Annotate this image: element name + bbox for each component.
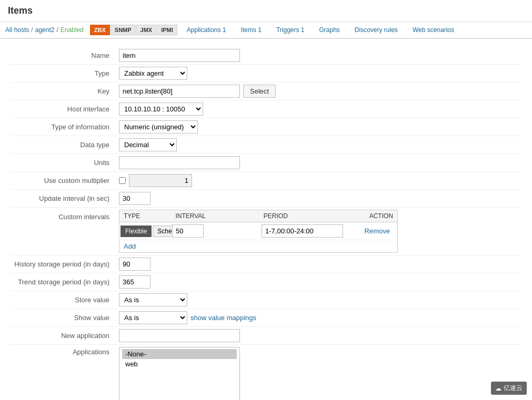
ci-header: TYPE INTERVAL PERIOD ACTION: [119, 210, 397, 222]
nav-tabs: Applications 1 Items 1 Triggers 1 Graphs…: [179, 22, 461, 38]
watermark-text: 亿速云: [504, 384, 523, 393]
type-info-select[interactable]: Numeric (unsigned): [119, 120, 198, 134]
ci-period-input[interactable]: [262, 224, 343, 238]
applications-option-none[interactable]: -None-: [122, 349, 237, 359]
ci-row: Flexible Scheduling Remove: [119, 222, 397, 240]
ci-remove-link[interactable]: Remove: [365, 227, 390, 235]
custom-intervals-label: Custom intervals: [11, 208, 116, 255]
all-hosts-link[interactable]: All hosts: [5, 26, 29, 34]
show-value-select[interactable]: As is: [119, 311, 187, 324]
history-input[interactable]: [119, 258, 150, 271]
tab-items[interactable]: Items 1: [234, 22, 269, 38]
page-title: Items: [0, 0, 532, 22]
custom-multiplier-checkbox[interactable]: [119, 177, 126, 184]
breadcrumb: All hosts / agent2 / Enabled: [5, 22, 84, 38]
store-value-select[interactable]: As is: [119, 293, 187, 306]
ipmi-badge[interactable]: IPMI: [157, 25, 177, 35]
trend-label: Trend storage period (in days): [11, 273, 116, 291]
data-type-select[interactable]: Decimal: [119, 138, 177, 151]
select-button[interactable]: Select: [243, 85, 276, 98]
ci-add-link[interactable]: Add: [124, 242, 136, 250]
history-label: History storage period (in days): [11, 255, 116, 273]
update-interval-label: Update interval (in sec): [11, 190, 116, 208]
name-input[interactable]: [119, 49, 240, 62]
custom-intervals-table: TYPE INTERVAL PERIOD ACTION Flexible Sch…: [119, 210, 398, 253]
custom-multiplier-field: [119, 174, 518, 187]
new-application-label: New application: [11, 327, 116, 345]
protocol-badges: ZBX SNMP JMX IPMI: [90, 25, 177, 35]
item-form: Name Type Zabbix agent Key Select Host i…: [11, 47, 521, 400]
ci-action-header: ACTION: [352, 212, 393, 220]
ci-interval-header: INTERVAL: [175, 212, 263, 220]
jmx-badge[interactable]: JMX: [136, 25, 157, 35]
key-input[interactable]: [119, 85, 240, 98]
name-label: Name: [11, 47, 116, 65]
navigation-bar: All hosts / agent2 / Enabled ZBX SNMP JM…: [0, 22, 532, 39]
custom-multiplier-label: Use custom multiplier: [11, 172, 116, 190]
applications-option-web[interactable]: web: [122, 359, 237, 369]
tab-web-scenarios[interactable]: Web scenarios: [405, 22, 461, 38]
new-application-input[interactable]: [119, 329, 240, 342]
agent-link[interactable]: agent2: [35, 26, 55, 34]
applications-label: Applications: [11, 345, 116, 401]
type-select[interactable]: Zabbix agent: [119, 67, 187, 80]
multiplier-input[interactable]: [129, 174, 192, 187]
store-value-label: Store value: [11, 291, 116, 309]
host-interface-select[interactable]: 10.10.10.10 : 10050: [119, 102, 203, 116]
applications-select[interactable]: -None- web: [119, 347, 240, 400]
tab-discovery-rules[interactable]: Discovery rules: [347, 22, 405, 38]
main-content: Name Type Zabbix agent Key Select Host i…: [0, 39, 532, 400]
show-value-mappings-link[interactable]: show value mappings: [190, 314, 256, 322]
watermark-icon: ☁: [495, 385, 501, 392]
units-label: Units: [11, 154, 116, 172]
ci-type-header: TYPE: [124, 212, 175, 220]
snmp-badge[interactable]: SNMP: [111, 25, 136, 35]
type-label: Type: [11, 65, 116, 83]
tab-applications[interactable]: Applications 1: [179, 22, 234, 38]
type-info-label: Type of information: [11, 118, 116, 136]
ci-add-row: Add: [119, 240, 397, 252]
flexible-button[interactable]: Flexible: [121, 225, 152, 237]
units-input[interactable]: [119, 156, 240, 169]
update-interval-input[interactable]: [119, 192, 150, 205]
enabled-badge: Enabled: [61, 26, 84, 34]
data-type-label: Data type: [11, 136, 116, 154]
key-label: Key: [11, 83, 116, 100]
watermark: ☁ 亿速云: [491, 382, 527, 395]
host-interface-label: Host interface: [11, 100, 116, 118]
show-value-label: Show value: [11, 309, 116, 327]
trend-input[interactable]: [119, 275, 150, 289]
tab-graphs[interactable]: Graphs: [312, 22, 347, 38]
tab-triggers[interactable]: Triggers 1: [269, 22, 312, 38]
ci-interval-input[interactable]: [172, 224, 204, 238]
zbx-badge[interactable]: ZBX: [90, 25, 110, 35]
ci-period-header: PERIOD: [264, 212, 352, 220]
